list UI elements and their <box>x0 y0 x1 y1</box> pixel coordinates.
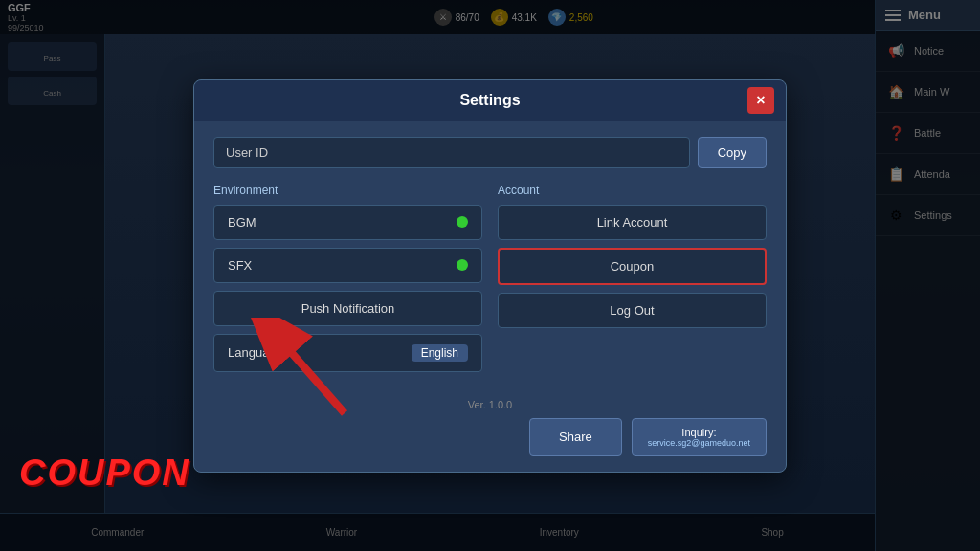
sfx-row[interactable]: SFX <box>213 248 482 283</box>
settings-columns: Environment BGM SFX Push Notification La… <box>213 184 767 380</box>
inquiry-button[interactable]: Inquiry: service.sg2@gameduo.net <box>632 418 767 456</box>
account-label: Account <box>498 184 767 197</box>
language-row[interactable]: Language English <box>213 334 482 372</box>
modal-header: Settings × <box>194 80 786 121</box>
share-button[interactable]: Share <box>529 418 622 456</box>
push-notification-button[interactable]: Push Notification <box>213 291 482 326</box>
language-label: Language <box>228 345 283 360</box>
environment-label: Environment <box>213 184 482 197</box>
account-col: Account Link Account Coupon Log Out <box>498 184 767 380</box>
sfx-label: SFX <box>228 258 252 273</box>
modal-overlay: Settings × User ID Copy Environment BGM <box>0 0 980 551</box>
link-account-label: Link Account <box>597 215 668 230</box>
modal-close-button[interactable]: × <box>747 87 774 114</box>
modal-footer: Share Inquiry: service.sg2@gameduo.net <box>194 410 786 472</box>
user-id-placeholder: User ID <box>226 145 268 160</box>
link-account-button[interactable]: Link Account <box>498 205 767 240</box>
settings-modal: Settings × User ID Copy Environment BGM <box>193 79 787 473</box>
modal-title: Settings <box>459 92 520 108</box>
inquiry-label: Inquiry: <box>681 427 716 438</box>
coupon-button[interactable]: Coupon <box>498 248 767 285</box>
bgm-row[interactable]: BGM <box>213 205 482 240</box>
coupon-label: Coupon <box>611 259 655 274</box>
modal-body: User ID Copy Environment BGM SFX <box>194 121 786 395</box>
push-notification-label: Push Notification <box>301 301 395 316</box>
language-value: English <box>412 344 468 362</box>
environment-col: Environment BGM SFX Push Notification La… <box>213 184 482 380</box>
bgm-toggle[interactable] <box>457 216 468 228</box>
user-id-row: User ID Copy <box>213 137 767 168</box>
user-id-field: User ID <box>213 137 690 168</box>
bgm-label: BGM <box>228 215 256 230</box>
inquiry-email: service.sg2@gameduo.net <box>648 438 750 448</box>
logout-label: Log Out <box>610 303 654 318</box>
version-text: Ver. 1.0.0 <box>194 395 786 410</box>
logout-button[interactable]: Log Out <box>498 293 767 328</box>
sfx-toggle[interactable] <box>457 259 468 271</box>
copy-button[interactable]: Copy <box>698 137 767 168</box>
